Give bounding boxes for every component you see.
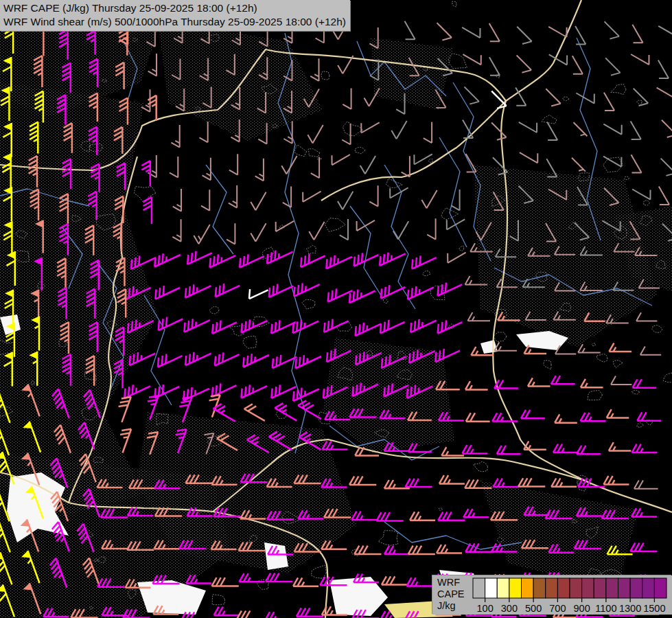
map-canvas — [0, 0, 672, 618]
legend-label-model: WRF — [437, 577, 472, 588]
legend-tick-label: 700 — [549, 603, 566, 614]
legend-tick-label: 1300 — [619, 603, 641, 614]
legend-tick-label: 500 — [525, 603, 542, 614]
legend-swatch — [546, 578, 558, 598]
legend-swatch — [557, 578, 570, 598]
legend-colorbar: 100300500700900110013001500 — [472, 575, 672, 615]
legend-swatch — [606, 578, 618, 598]
legend-swatch — [642, 578, 655, 598]
legend-labels: WRF CAPE J/kg — [432, 575, 472, 615]
legend-swatch — [509, 578, 522, 598]
legend-swatch — [582, 578, 594, 598]
title-line-cape: WRF CAPE (J/kg) Thursday 25-09-2025 18:0… — [3, 1, 346, 15]
legend-swatch — [485, 578, 498, 598]
legend-swatch — [570, 578, 582, 598]
legend-tick-label: 1500 — [643, 603, 665, 614]
weather-map: WRF CAPE (J/kg) Thursday 25-09-2025 18:0… — [0, 0, 672, 618]
title-line-windshear: WRF Wind shear (m/s) 500/1000hPa Thursda… — [3, 15, 346, 29]
legend-tick-label: 900 — [574, 603, 590, 614]
legend-tick-label: 1100 — [595, 603, 616, 614]
legend-tick-label: 300 — [501, 603, 518, 614]
legend-swatch — [654, 578, 667, 598]
legend-swatch — [522, 578, 534, 598]
legend-swatch — [630, 578, 642, 598]
legend-swatch — [618, 578, 631, 598]
legend-swatch — [497, 578, 509, 598]
legend-tick-label: 100 — [477, 603, 494, 614]
legend-swatch — [594, 578, 606, 598]
cape-legend: WRF CAPE J/kg 10030050070090011001300150… — [432, 575, 672, 615]
legend-swatch — [533, 578, 546, 598]
title-bar: WRF CAPE (J/kg) Thursday 25-09-2025 18:0… — [0, 0, 350, 31]
legend-label-variable: CAPE — [437, 588, 472, 600]
legend-swatch — [473, 578, 485, 598]
legend-label-unit: J/kg — [437, 600, 472, 612]
